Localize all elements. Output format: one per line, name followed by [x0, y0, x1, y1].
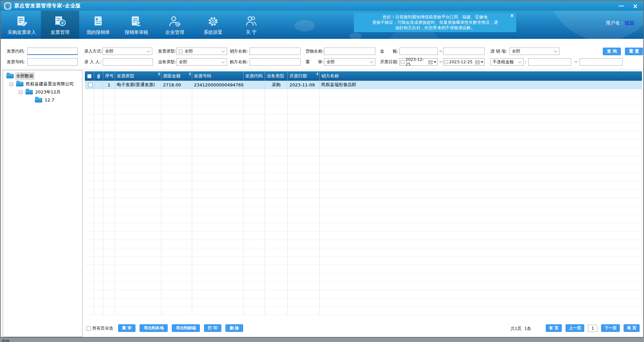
empty-cell	[192, 139, 244, 148]
goods-name-input[interactable]	[324, 48, 375, 55]
empty-cell	[161, 240, 192, 248]
toolbar-item-my-expense[interactable]: 我的报销单	[79, 11, 117, 39]
empty-cell	[320, 148, 642, 156]
search-button[interactable]: 查 询	[603, 48, 621, 55]
row-checkbox[interactable]	[88, 83, 93, 87]
tax-free-from-input[interactable]	[528, 58, 571, 66]
toolbar-item-purchase-entry[interactable]: 采购发票录入	[3, 11, 41, 39]
invoice-date-to-picker[interactable]: 2023-12-25	[443, 58, 485, 66]
business-type-label: 业务类型:	[158, 58, 176, 66]
table-empty-row	[85, 265, 642, 273]
column-header-rownum[interactable]: 序号	[103, 71, 115, 81]
empty-cell	[103, 97, 115, 106]
empty-cell	[244, 131, 265, 139]
business-type-select[interactable]: 全部	[176, 58, 227, 66]
empty-cell	[288, 298, 320, 307]
empty-cell	[115, 223, 161, 231]
buyer-name-input[interactable]	[250, 58, 301, 66]
tree-expand-icon[interactable]	[9, 82, 13, 86]
export-local-button[interactable]: 导出到本地	[140, 324, 168, 332]
empty-cell	[192, 307, 244, 315]
empty-cell	[320, 223, 642, 231]
report-audit-icon	[129, 14, 144, 28]
column-header-invoice-code[interactable]: 发票代码	[244, 71, 265, 81]
empty-cell	[85, 173, 94, 181]
table-empty-row	[85, 106, 642, 114]
invoice-number-input[interactable]	[27, 58, 78, 66]
tree-node-label: 2023年12月	[34, 88, 62, 96]
entry-person-input[interactable]	[103, 58, 153, 66]
sort-icon[interactable]: ▲▼	[158, 72, 160, 76]
amount-mode-select[interactable]: 不含税金额	[490, 58, 524, 66]
empty-cell	[115, 265, 161, 273]
sort-icon[interactable]: ▲▼	[189, 72, 191, 76]
tree-expand-icon[interactable]	[19, 90, 22, 94]
date-enable-checkbox[interactable]	[401, 60, 405, 64]
select-all-column[interactable]	[85, 71, 94, 81]
user-name-link[interactable]: 张旭	[625, 20, 634, 25]
amount-from-input[interactable]	[399, 48, 438, 55]
table-empty-row	[85, 114, 642, 123]
empty-cell	[244, 273, 265, 282]
delete-button[interactable]: 删 除	[225, 324, 243, 332]
column-header-invoice-date[interactable]: 开票日期▲▼	[288, 71, 320, 81]
empty-cell	[103, 114, 115, 123]
date-enable-checkbox[interactable]	[444, 60, 448, 64]
tree-node-company[interactable]: 民权县建嘉置业有限公司	[3, 80, 82, 88]
desktop-cutoff-text: 部件	[2, 338, 10, 342]
invoice-type-select[interactable]: 全部	[176, 48, 227, 55]
empty-cell	[192, 215, 244, 223]
seller-name-input[interactable]	[250, 48, 301, 55]
amount-to-input[interactable]	[443, 48, 485, 55]
prev-page-button[interactable]: 上一页	[566, 324, 584, 332]
minimize-button-icon[interactable]	[619, 6, 624, 6]
toolbar-item-about[interactable]: 关 于	[232, 11, 270, 39]
toolbar-item-settings[interactable]: 系统设置	[194, 11, 232, 39]
select-all-checkbox[interactable]	[87, 326, 91, 331]
tax-free-to-input[interactable]	[580, 58, 623, 66]
empty-cell	[161, 273, 192, 282]
entry-method-select[interactable]: 全部	[103, 48, 152, 55]
page-number-input[interactable]	[588, 325, 597, 332]
column-header-face-amount[interactable]: 票面金额▲▼	[161, 71, 192, 81]
column-header-invoice-type[interactable]: 发票类型▲▼	[115, 71, 161, 81]
toolbar-item-expense-audit[interactable]: 报销单审核	[117, 11, 156, 39]
invoice-type-checkbox[interactable]	[179, 50, 182, 53]
first-page-button[interactable]: 首 页	[546, 324, 562, 332]
print-button[interactable]: 打 印	[204, 324, 221, 332]
tree-node-month[interactable]: 2023年12月	[3, 88, 82, 96]
column-header-business-type[interactable]: 业务类型	[265, 71, 288, 81]
empty-cell	[115, 206, 161, 215]
recheck-button[interactable]: 重 审	[118, 324, 136, 332]
invoice-date-from-picker[interactable]: 2023-12-25	[399, 58, 438, 66]
next-page-button[interactable]: 下一页	[601, 324, 620, 332]
row-checkbox-cell[interactable]	[85, 81, 94, 89]
toolbar-item-invoice-manage[interactable]: ¥发票管理	[41, 11, 79, 39]
tree-node-all-data[interactable]: 全部数据	[3, 72, 82, 80]
empty-cell	[115, 139, 161, 148]
recheck-select[interactable]: 全部	[324, 58, 375, 66]
table-row[interactable]: 1电子发票(普通发票)2718.0023412000000049476932采购…	[85, 81, 642, 89]
folder-icon	[6, 74, 14, 78]
header-checkbox[interactable]	[87, 74, 92, 78]
tree-node-day[interactable]: 12.7	[3, 96, 82, 104]
select-all-pages[interactable]: 所有页全选	[87, 326, 113, 331]
last-page-button[interactable]: 尾 页	[624, 324, 640, 332]
sort-icon[interactable]: ▲▼	[317, 72, 318, 76]
in-out-item-select[interactable]: 全部	[509, 48, 559, 55]
empty-cell	[265, 123, 288, 131]
invoice-code-input[interactable]	[27, 48, 78, 55]
column-header-label: 发票代码	[245, 73, 263, 79]
notice-close-icon[interactable]: ×	[510, 13, 514, 18]
export-email-button[interactable]: 导出到邮箱	[172, 324, 200, 332]
empty-cell	[85, 307, 94, 315]
empty-cell	[265, 282, 288, 290]
reset-button[interactable]: 重 置	[625, 48, 643, 55]
toolbar-item-enterprise[interactable]: 企业管理	[156, 11, 194, 39]
close-button-icon[interactable]: ×	[633, 3, 638, 9]
column-header-seller-name[interactable]: 销方名称	[320, 71, 642, 81]
invoice-grid: 序号发票类型▲▼票面金额▲▼发票号码发票代码业务类型开票日期▲▼销方名称 1电子…	[85, 71, 642, 315]
empty-cell	[103, 257, 115, 265]
column-header-invoice-number[interactable]: 发票号码	[192, 71, 244, 81]
action-buttons: 重 审导出到本地导出到邮箱打 印删 除	[118, 324, 243, 332]
